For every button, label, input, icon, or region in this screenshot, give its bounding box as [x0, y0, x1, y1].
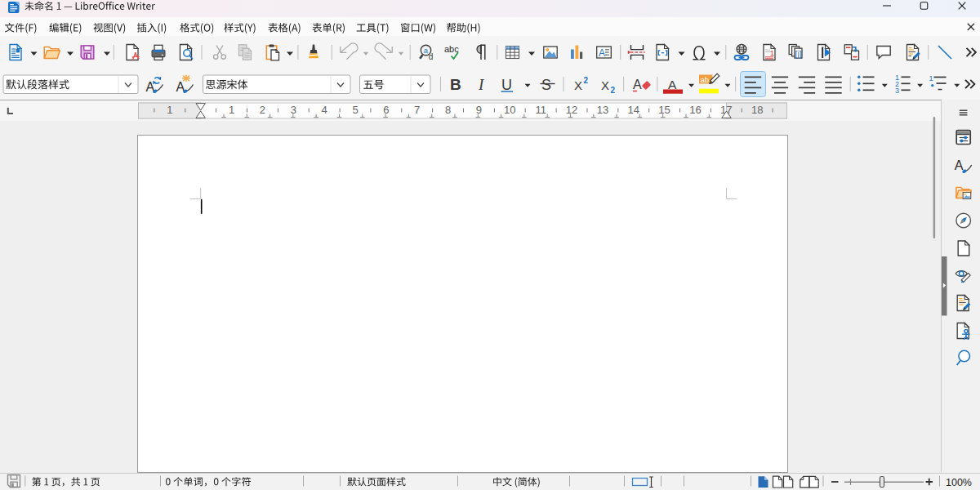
svg-text:[i]: [i]: [795, 49, 802, 59]
svg-text:13: 13: [597, 104, 608, 116]
svg-text:3: 3: [895, 87, 899, 95]
svg-text:6: 6: [383, 104, 389, 116]
svg-text:I: I: [478, 76, 485, 93]
svg-text:16: 16: [689, 104, 701, 116]
svg-text:15: 15: [658, 104, 670, 116]
svg-text:X: X: [574, 78, 582, 92]
svg-text:4: 4: [321, 104, 327, 116]
svg-text:abc: abc: [444, 44, 459, 54]
svg-text:9: 9: [476, 104, 482, 116]
svg-text:A: A: [955, 158, 964, 172]
svg-text:d: d: [429, 52, 434, 61]
svg-text:A: A: [633, 78, 642, 91]
svg-text:100%: 100%: [946, 477, 972, 488]
svg-text:2: 2: [611, 86, 616, 95]
svg-text:ab: ab: [701, 75, 710, 84]
svg-text:X: X: [601, 78, 609, 92]
svg-text:7: 7: [414, 104, 420, 116]
svg-text:A: A: [599, 47, 605, 59]
svg-text:U: U: [501, 77, 512, 93]
svg-text:1: 1: [770, 49, 774, 57]
svg-text:2: 2: [260, 104, 265, 116]
svg-text:8: 8: [445, 104, 451, 116]
svg-text:5: 5: [352, 104, 358, 116]
svg-text:B: B: [450, 76, 461, 93]
svg-text:A: A: [668, 78, 677, 91]
svg-text:18: 18: [751, 104, 763, 116]
svg-text:1: 1: [229, 104, 234, 116]
svg-text:S: S: [541, 77, 551, 93]
svg-text:10: 10: [504, 104, 515, 116]
svg-text:14: 14: [627, 104, 639, 116]
svg-text:11: 11: [535, 104, 546, 116]
svg-text:2: 2: [584, 76, 589, 85]
svg-text:12: 12: [566, 104, 577, 116]
svg-text:1: 1: [929, 74, 933, 82]
svg-text:1: 1: [167, 104, 172, 116]
